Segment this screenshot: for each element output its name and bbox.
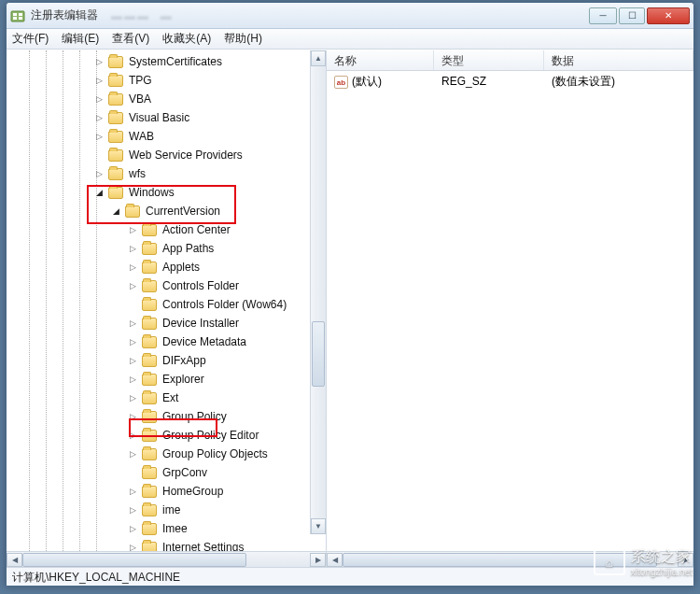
svg-rect-2 <box>19 13 22 16</box>
expand-icon[interactable]: ▷ <box>128 356 138 366</box>
scroll-left-button[interactable]: ◀ <box>7 553 22 567</box>
tree-item[interactable]: ▷TPG <box>10 71 326 90</box>
expand-icon[interactable]: ▷ <box>128 543 138 552</box>
vscroll-thumb[interactable] <box>312 321 325 387</box>
maximize-button[interactable]: ☐ <box>619 7 645 24</box>
tree-item[interactable]: ▷Device Installer <box>10 314 326 332</box>
tree-item[interactable]: ▷Visual Basic <box>10 108 326 127</box>
scroll-down-button[interactable]: ▼ <box>311 518 326 534</box>
tree-item[interactable]: ▷SystemCertificates <box>10 52 326 71</box>
tree-item-label: Device Metadata <box>161 334 248 349</box>
expand-icon[interactable]: ▷ <box>94 94 105 105</box>
list-hscrollbar[interactable]: ◀ ▶ <box>327 551 693 567</box>
tree-item[interactable]: ▷Explorer <box>10 370 326 389</box>
tree-item-label: Group Policy Editor <box>161 428 260 443</box>
list-row[interactable]: ab(默认)REG_SZ(数值未设置) <box>327 73 693 90</box>
close-button[interactable]: ✕ <box>647 7 690 24</box>
tree-item[interactable]: ▷Internet Settings <box>10 538 326 551</box>
menu-help[interactable]: 帮助(H) <box>224 31 262 47</box>
expand-icon[interactable]: ▷ <box>94 57 105 67</box>
scroll-up-button[interactable]: ▲ <box>311 50 326 66</box>
tree-item[interactable]: ▷WAB <box>10 127 326 146</box>
tree-item[interactable]: ▷Group Policy Editor <box>10 426 326 445</box>
no-expand-icon <box>94 150 105 161</box>
tree-item-label: Device Installer <box>161 316 241 331</box>
expand-icon[interactable]: ▷ <box>128 393 138 403</box>
expand-icon[interactable]: ▷ <box>128 505 138 516</box>
tree-item[interactable]: Web Service Providers <box>10 146 326 164</box>
tree-item-label: App Paths <box>161 241 216 256</box>
menu-favorites[interactable]: 收藏夹(A) <box>162 31 211 47</box>
window-controls: ─ ☐ ✕ <box>589 7 690 24</box>
tree-item[interactable]: ▷Applets <box>10 258 326 276</box>
tree-item[interactable]: ▷Controls Folder <box>10 276 326 295</box>
collapse-icon[interactable]: ◢ <box>111 206 121 217</box>
tree-hscrollbar[interactable]: ◀ ▶ <box>7 551 326 567</box>
tree-scroll[interactable]: ▷SystemCertificates▷TPG▷VBA▷Visual Basic… <box>7 50 326 551</box>
col-name[interactable]: 名称 <box>327 50 434 70</box>
expand-icon[interactable]: ▷ <box>94 113 105 123</box>
expand-icon[interactable]: ▷ <box>94 76 105 86</box>
expand-icon[interactable]: ▷ <box>128 375 138 385</box>
tree-item[interactable]: ▷Device Metadata <box>10 332 326 351</box>
statusbar: 计算机\HKEY_LOCAL_MACHINE <box>7 567 693 586</box>
tree-item[interactable]: ▷Imee <box>10 519 326 538</box>
tree-item[interactable]: GrpConv <box>10 463 326 482</box>
expand-icon[interactable]: ▷ <box>128 244 138 254</box>
hscroll-thumb[interactable] <box>343 553 657 567</box>
folder-icon <box>142 467 157 479</box>
tree-item[interactable]: ◢CurrentVersion <box>10 202 326 220</box>
expand-icon[interactable]: ▷ <box>128 487 138 497</box>
tree-item[interactable]: ▷Ext <box>10 389 326 407</box>
tree-item[interactable]: ◢Windows <box>10 183 326 202</box>
expand-icon[interactable]: ▷ <box>128 318 138 329</box>
tree-item[interactable]: ▷HomeGroup <box>10 482 326 501</box>
svg-rect-0 <box>11 11 24 21</box>
tree-item-label: Ext <box>161 390 180 405</box>
tree-item[interactable]: ▷Group Policy Objects <box>10 445 326 463</box>
menu-file[interactable]: 文件(F) <box>12 31 49 47</box>
folder-icon <box>142 504 157 516</box>
folder-icon <box>108 75 123 87</box>
col-type[interactable]: 类型 <box>434 50 544 70</box>
tree-item-label: Explorer <box>161 372 206 387</box>
collapse-icon[interactable]: ◢ <box>94 188 105 198</box>
expand-icon[interactable]: ▷ <box>128 449 138 460</box>
expand-icon[interactable]: ▷ <box>128 337 138 347</box>
tree-item[interactable]: ▷DIFxApp <box>10 351 326 370</box>
expand-icon[interactable]: ▷ <box>128 431 138 441</box>
folder-icon <box>125 205 140 218</box>
hscroll-thumb[interactable] <box>22 553 246 567</box>
tree-item[interactable]: Controls Folder (Wow64) <box>10 295 326 314</box>
titlebar[interactable]: 注册表编辑器 ▬▬▬ ▬ ─ ☐ ✕ <box>7 3 693 29</box>
list-body[interactable]: ab(默认)REG_SZ(数值未设置) <box>327 71 693 551</box>
tree-vscrollbar[interactable]: ▲ ▼ <box>310 50 326 534</box>
menu-view[interactable]: 查看(V) <box>112 31 149 47</box>
scroll-right-button[interactable]: ▶ <box>310 553 326 567</box>
folder-icon <box>108 112 123 124</box>
minimize-button[interactable]: ─ <box>589 7 617 24</box>
expand-icon[interactable]: ▷ <box>94 132 105 142</box>
tree-item[interactable]: ▷VBA <box>10 90 326 108</box>
expand-icon[interactable]: ▷ <box>128 412 138 422</box>
tree-item[interactable]: ▷App Paths <box>10 239 326 258</box>
expand-icon[interactable]: ▷ <box>128 281 138 291</box>
folder-icon <box>108 168 123 180</box>
registry-editor-window: 注册表编辑器 ▬▬▬ ▬ ─ ☐ ✕ 文件(F) 编辑(E) 查看(V) 收藏夹… <box>6 2 694 587</box>
tree-item[interactable]: ▷Action Center <box>10 220 326 239</box>
tree-item[interactable]: ▷ime <box>10 501 326 519</box>
folder-icon <box>142 448 157 460</box>
expand-icon[interactable]: ▷ <box>128 262 138 273</box>
folder-icon <box>142 318 157 330</box>
svg-rect-3 <box>13 17 17 20</box>
col-data[interactable]: 数据 <box>544 50 693 70</box>
scroll-left-button[interactable]: ◀ <box>327 553 343 567</box>
client-area: ▷SystemCertificates▷TPG▷VBA▷Visual Basic… <box>7 50 693 567</box>
expand-icon[interactable]: ▷ <box>128 225 138 235</box>
expand-icon[interactable]: ▷ <box>128 524 138 534</box>
scroll-right-button[interactable]: ▶ <box>678 553 693 567</box>
menu-edit[interactable]: 编辑(E) <box>62 31 99 47</box>
tree-item[interactable]: ▷Group Policy <box>10 407 326 426</box>
tree-item[interactable]: ▷wfs <box>10 164 326 183</box>
expand-icon[interactable]: ▷ <box>94 169 105 179</box>
